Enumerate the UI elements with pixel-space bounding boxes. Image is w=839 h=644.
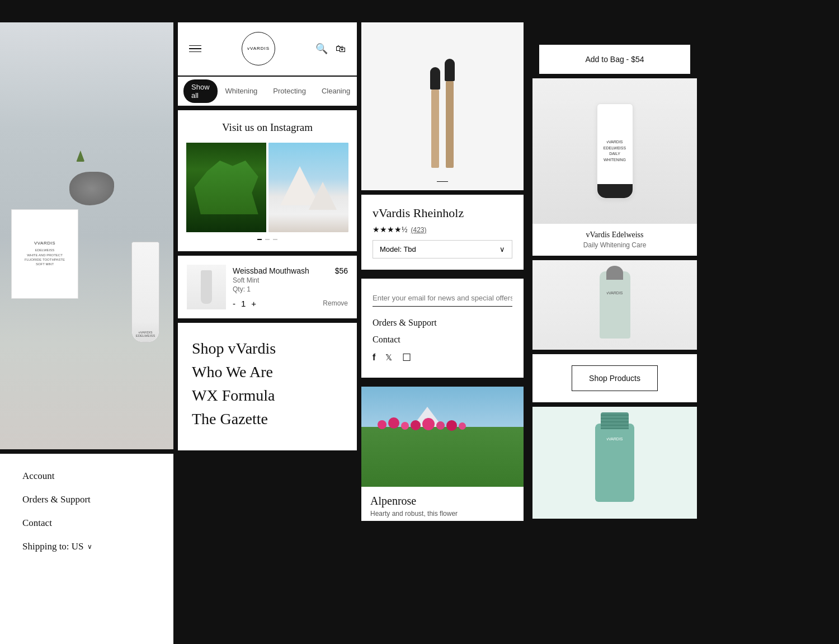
qty-controls: - 1 + bbox=[233, 299, 256, 308]
model-selector[interactable]: Model: Tbd ∨ bbox=[373, 240, 512, 258]
contact-footer-link[interactable]: Contact bbox=[373, 335, 512, 345]
bottle-product-card: vVARDIS bbox=[532, 260, 697, 350]
edelweiss-product-name: vVardis Edelweiss bbox=[583, 231, 647, 239]
toothbrush-1 bbox=[430, 67, 440, 168]
alpenrose-product-name: Alpenrose bbox=[370, 495, 515, 507]
filter-tabs: Show all Whitening Protecting Cleaning bbox=[178, 77, 357, 106]
review-count[interactable]: (423) bbox=[411, 226, 427, 234]
brand-logo[interactable]: vVARDIS bbox=[242, 32, 275, 65]
nav-icons: 🔍 🛍 bbox=[315, 43, 346, 55]
account-menu-panel: Account Orders & Support Contact Shippin… bbox=[0, 454, 173, 644]
nav-link-wx-formula[interactable]: WX Formula bbox=[192, 387, 343, 405]
nav-links-panel: Shop vVardis Who We Are WX Formula The G… bbox=[178, 323, 357, 450]
star-rating: ★★★★½ bbox=[373, 225, 408, 234]
filter-tab-cleaning[interactable]: Cleaning bbox=[314, 83, 357, 98]
main-layout: vVARDIS EDELWEISSWHITE AND PROTECTFLUORI… bbox=[0, 0, 839, 644]
qty-value: 1 bbox=[241, 299, 246, 308]
bottle-image: vVARDIS bbox=[532, 260, 697, 350]
facebook-icon[interactable]: f bbox=[373, 352, 375, 363]
product-tube: vVARDISEDELWEISS bbox=[131, 242, 159, 342]
bag-icon[interactable]: 🛍 bbox=[336, 43, 346, 55]
model-chevron-icon: ∨ bbox=[499, 245, 505, 253]
shop-products-button[interactable]: Shop Products bbox=[572, 365, 658, 391]
filter-tab-whitening[interactable]: Whitening bbox=[218, 83, 266, 98]
edelweiss-product-card: vVARDISEDELWEISSDAILY WHITENING vVardis … bbox=[532, 78, 697, 256]
product-title: vVardis Rheinholz bbox=[373, 206, 512, 220]
hero-image: vVARDIS EDELWEISSWHITE AND PROTECTFLUORI… bbox=[0, 22, 173, 449]
nav-link-the-gazette[interactable]: The Gazette bbox=[192, 410, 343, 428]
hamburger-menu[interactable] bbox=[189, 45, 201, 53]
orders-support-link[interactable]: Orders & Support bbox=[22, 494, 151, 505]
cart-price: $56 bbox=[335, 266, 348, 275]
qty-plus-button[interactable]: + bbox=[251, 299, 256, 308]
toothbrush-2 bbox=[445, 59, 455, 168]
chevron-down-icon: ∨ bbox=[87, 543, 92, 551]
instagram-image-mountain[interactable] bbox=[268, 143, 348, 232]
edelweiss-subtitle: Daily Whitening Care bbox=[583, 241, 647, 249]
filter-tab-protecting[interactable]: Protecting bbox=[265, 83, 314, 98]
qty-minus-button[interactable]: - bbox=[233, 299, 235, 308]
shop-products-panel: Shop Products bbox=[532, 354, 697, 402]
instagram-title: Visit us on Instagram bbox=[186, 121, 348, 134]
cart-qty-label: Qty: 1 bbox=[233, 285, 309, 293]
instagram-icon[interactable]: ☐ bbox=[402, 351, 411, 364]
product-box: vVARDIS EDELWEISSWHITE AND PROTECTFLUORI… bbox=[11, 209, 78, 299]
cart-product-image bbox=[187, 265, 226, 309]
add-to-bag-area: Add to Bag - $54 bbox=[528, 22, 701, 74]
cart-panel: Weissbad Mouthwash Soft Mint Qty: 1 $56 … bbox=[178, 256, 357, 318]
model-label: Model: Tbd bbox=[380, 245, 416, 253]
product-info-panel: vVardis Rheinholz ★★★★½ (423) Model: Tbd… bbox=[361, 195, 524, 270]
product-divider bbox=[437, 181, 448, 182]
instagram-panel: Visit us on Instagram bbox=[178, 110, 357, 251]
nav-link-shop-vvardis[interactable]: Shop vVardis bbox=[192, 340, 343, 358]
cart-info: Weissbad Mouthwash Soft Mint Qty: 1 $56 … bbox=[233, 266, 348, 308]
email-input-wrap bbox=[373, 293, 512, 307]
middle-column: vVARDIS 🔍 🛍 Show all Whitening Protectin… bbox=[178, 22, 357, 644]
social-icons: f 𝕏 ☐ bbox=[373, 351, 512, 364]
hero-product-panel: vVARDIS EDELWEISSWHITE AND PROTECTFLUORI… bbox=[0, 22, 173, 449]
add-to-bag-button[interactable]: Add to Bag - $54 bbox=[539, 45, 690, 74]
edelweiss-label: vVardis Edelweiss Daily Whitening Care bbox=[574, 224, 656, 256]
nav-link-who-we-are[interactable]: Who We Are bbox=[192, 363, 343, 381]
contact-link[interactable]: Contact bbox=[22, 518, 151, 529]
orders-support-footer-link[interactable]: Orders & Support bbox=[373, 318, 512, 328]
filter-tab-showall[interactable]: Show all bbox=[183, 79, 218, 103]
teal-bottle-card: vVARDIS bbox=[532, 407, 697, 519]
cart-qty-row: - 1 + Remove bbox=[233, 299, 348, 308]
account-link[interactable]: Account bbox=[22, 471, 151, 482]
email-input[interactable] bbox=[373, 294, 512, 302]
navbar: vVARDIS 🔍 🛍 bbox=[178, 22, 357, 76]
alpenrose-description: Hearty and robust, this flower bbox=[370, 510, 515, 518]
instagram-image-forest[interactable] bbox=[186, 143, 266, 232]
shipping-selector[interactable]: Shipping to: US ∨ bbox=[22, 541, 151, 552]
right-column: Add to Bag - $54 vVARDISEDELWEISSDAILY W… bbox=[528, 22, 701, 644]
search-icon[interactable]: 🔍 bbox=[315, 43, 328, 55]
twitter-icon[interactable]: 𝕏 bbox=[385, 352, 392, 363]
cart-variant: Soft Mint bbox=[233, 276, 309, 284]
alpenrose-image: Alpenrose Hearty and robust, this flower bbox=[361, 387, 524, 521]
instagram-grid bbox=[186, 143, 348, 232]
remove-button[interactable]: Remove bbox=[323, 299, 348, 307]
cart-product-name: Weissbad Mouthwash bbox=[233, 266, 309, 275]
product-image-panel bbox=[361, 22, 524, 190]
left-column: vVARDIS EDELWEISSWHITE AND PROTECTFLUORI… bbox=[0, 0, 173, 644]
email-footer-panel: Orders & Support Contact f 𝕏 ☐ bbox=[361, 279, 524, 378]
alpenrose-label: Alpenrose Hearty and robust, this flower bbox=[361, 487, 524, 521]
product-column: vVardis Rheinholz ★★★★½ (423) Model: Tbd… bbox=[361, 22, 524, 644]
edelweiss-image: vVARDISEDELWEISSDAILY WHITENING bbox=[532, 78, 697, 224]
ratings-row: ★★★★½ (423) bbox=[373, 225, 512, 234]
teal-bottle-image: vVARDIS bbox=[532, 407, 697, 519]
alpenrose-panel: Alpenrose Hearty and robust, this flower bbox=[361, 387, 524, 521]
instagram-dots bbox=[186, 239, 348, 240]
toothbrushes-display bbox=[430, 45, 455, 168]
